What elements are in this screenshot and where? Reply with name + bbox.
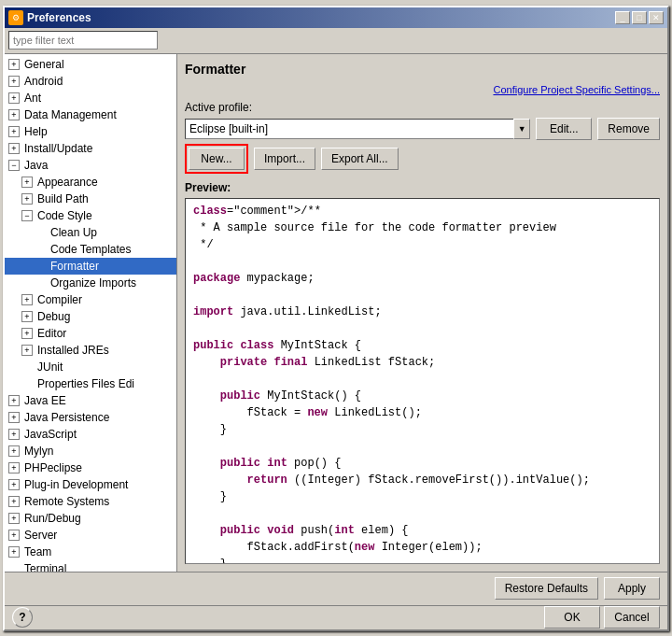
tree-item-help[interactable]: +Help [5, 123, 176, 140]
right-panel: Formatter Configure Project Specific Set… [177, 54, 667, 572]
import-button[interactable]: Import... [254, 148, 315, 170]
expand-icon-code-style[interactable]: − [21, 210, 33, 221]
restore-defaults-button[interactable]: Restore Defaults [495, 577, 598, 600]
tree-item-general[interactable]: +General [5, 56, 176, 73]
tree-label-debug: Debug [37, 310, 70, 323]
tree-item-organize-imports[interactable]: Organize Imports [5, 275, 176, 291]
profile-select-row: Eclipse [built-in] ▼ Edit... Remove [185, 118, 660, 140]
tree-item-ant[interactable]: +Ant [5, 90, 176, 106]
tree-item-compiler[interactable]: +Compiler [5, 291, 176, 308]
tree-item-debug[interactable]: +Debug [5, 308, 176, 325]
help-button[interactable]: ? [12, 607, 33, 628]
ok-button[interactable]: OK [544, 606, 600, 629]
tree-label-help: Help [24, 125, 48, 138]
tree-item-install-update[interactable]: +Install/Update [5, 140, 176, 157]
expand-icon-debug[interactable]: + [21, 311, 33, 322]
preferences-window: ⚙ Preferences _ □ ✕ +General+Android+Ant… [3, 6, 669, 631]
expand-icon-appearance[interactable]: + [21, 177, 33, 188]
close-button[interactable]: ✕ [649, 11, 664, 24]
expand-icon-java-persistence[interactable]: + [8, 412, 20, 423]
profile-select[interactable]: Eclipse [built-in] [185, 119, 530, 139]
expand-icon-general[interactable]: + [8, 59, 20, 70]
tree-label-appearance: Appearance [37, 176, 98, 189]
tree-item-data-mgmt[interactable]: +Data Management [5, 106, 176, 123]
tree-item-mylyn[interactable]: +Mylyn [5, 443, 176, 459]
tree-label-organize-imports: Organize Imports [50, 276, 136, 290]
tree-item-phpeclipse[interactable]: +PHPeclipse [5, 459, 176, 476]
edit-button[interactable]: Edit... [536, 118, 592, 140]
tree-item-java-ee[interactable]: +Java EE [5, 392, 176, 409]
tree-label-code-style: Code Style [37, 209, 92, 222]
tree-item-formatter[interactable]: Formatter [5, 258, 176, 275]
config-link[interactable]: Configure Project Specific Settings... [185, 84, 660, 95]
tree-item-javascript[interactable]: +JavaScript [5, 426, 176, 443]
preview-label: Preview: [185, 181, 660, 194]
tree-item-installed-jres[interactable]: +Installed JREs [5, 342, 176, 359]
filter-input[interactable] [8, 31, 158, 49]
preview-area: class="comment">/** * A sample source fi… [185, 198, 660, 564]
cancel-button[interactable]: Cancel [604, 606, 660, 629]
expand-icon-phpeclipse[interactable]: + [8, 462, 20, 473]
tree-label-compiler: Compiler [37, 293, 82, 306]
tree-label-java: Java [24, 159, 48, 172]
tree-item-java[interactable]: −Java [5, 157, 176, 174]
tree-item-properties-files[interactable]: Properties Files Edi [5, 375, 176, 392]
tree-item-server[interactable]: +Server [5, 527, 176, 544]
tree-item-plugin-dev[interactable]: +Plug-in Development [5, 476, 176, 493]
tree-item-team[interactable]: +Team [5, 544, 176, 560]
title-bar: ⚙ Preferences _ □ ✕ [5, 7, 667, 28]
apply-button[interactable]: Apply [604, 577, 660, 600]
expand-icon-build-path[interactable]: + [21, 193, 33, 205]
bottom-bar: Restore Defaults Apply [5, 572, 667, 605]
export-all-button[interactable]: Export All... [321, 148, 399, 170]
tree-label-phpeclipse: PHPeclipse [24, 461, 82, 474]
tree-item-java-persistence[interactable]: +Java Persistence [5, 409, 176, 426]
tree-item-remote-sys[interactable]: +Remote Systems [5, 493, 176, 510]
tree-item-editor[interactable]: +Editor [5, 325, 176, 342]
tree-item-code-style[interactable]: −Code Style [5, 207, 176, 224]
tree-item-terminal[interactable]: Terminal [5, 560, 176, 572]
expand-icon-javascript[interactable]: + [8, 429, 20, 440]
new-button[interactable]: New... [189, 148, 245, 170]
remove-button[interactable]: Remove [597, 118, 660, 140]
tree-label-mylyn: Mylyn [24, 445, 53, 458]
window-title: Preferences [27, 11, 611, 24]
expand-icon-android[interactable]: + [8, 76, 20, 87]
profile-row: Active profile: [185, 101, 660, 114]
expand-icon-java-ee[interactable]: + [8, 395, 20, 406]
expand-icon-java[interactable]: − [8, 160, 20, 171]
tree-label-remote-sys: Remote Systems [24, 495, 109, 508]
tree-item-clean-up[interactable]: Clean Up [5, 224, 176, 241]
expand-icon-mylyn[interactable]: + [8, 445, 20, 457]
expand-icon-remote-sys[interactable]: + [8, 496, 20, 507]
expand-icon-help[interactable]: + [8, 126, 20, 137]
expand-icon-editor[interactable]: + [21, 328, 33, 339]
expand-icon-ant[interactable]: + [8, 92, 20, 104]
tree-item-build-path[interactable]: +Build Path [5, 191, 176, 207]
tree-label-plugin-dev: Plug-in Development [24, 478, 128, 491]
tree-label-formatter: Formatter [50, 260, 99, 273]
tree-label-android: Android [24, 75, 63, 88]
tree-item-android[interactable]: +Android [5, 73, 176, 90]
tree-item-appearance[interactable]: +Appearance [5, 174, 176, 191]
tree-label-editor: Editor [37, 327, 66, 340]
tree-panel[interactable]: +General+Android+Ant+Data Management+Hel… [5, 54, 177, 572]
window-icon: ⚙ [8, 10, 23, 25]
minimize-button[interactable]: _ [615, 11, 630, 24]
expand-icon-compiler[interactable]: + [21, 294, 33, 305]
tree-label-build-path: Build Path [37, 192, 89, 205]
tree-item-junit[interactable]: JUnit [5, 359, 176, 375]
tree-label-run-debug: Run/Debug [24, 512, 81, 525]
expand-icon-team[interactable]: + [8, 546, 20, 558]
tree-label-installed-jres: Installed JREs [37, 344, 109, 357]
expand-icon-run-debug[interactable]: + [8, 513, 20, 524]
expand-icon-data-mgmt[interactable]: + [8, 109, 20, 120]
tree-item-run-debug[interactable]: +Run/Debug [5, 510, 176, 527]
tree-item-code-templates[interactable]: Code Templates [5, 241, 176, 258]
expand-icon-plugin-dev[interactable]: + [8, 479, 20, 490]
expand-icon-server[interactable]: + [8, 530, 20, 541]
maximize-button[interactable]: □ [632, 11, 647, 24]
expand-icon-install-update[interactable]: + [8, 143, 20, 154]
expand-icon-installed-jres[interactable]: + [21, 345, 33, 356]
code-content[interactable]: class="comment">/** * A sample source fi… [186, 199, 659, 563]
